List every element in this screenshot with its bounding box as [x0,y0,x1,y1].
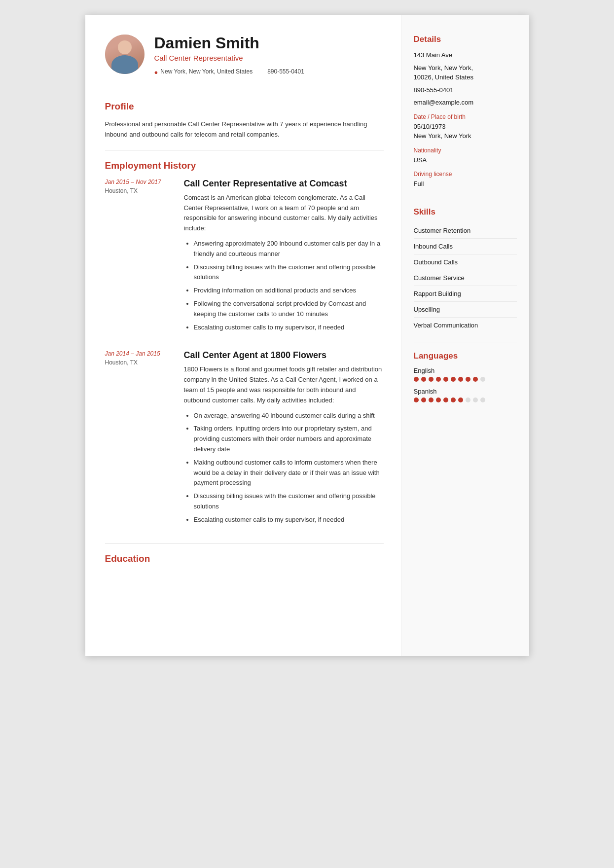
details-title: Details [414,35,517,44]
address-line2: New York, New York, 10026, United States [414,63,517,82]
skills-title: Skills [414,207,517,217]
license-value: Full [414,179,517,189]
education-section: Education [105,553,384,564]
dot [421,398,426,402]
list-item: Providing information on additional prod… [194,286,384,296]
avatar [105,35,144,74]
list-item: Following the conversational script prov… [194,299,384,320]
employment-section: Employment History Jan 2015 – Nov 2017 H… [105,160,384,528]
language-name-spanish: Spanish [414,388,517,395]
job-2-date-loc: Jan 2014 – Jan 2015 Houston, TX [105,350,174,528]
profile-title: Profile [105,101,384,112]
license-label: Driving license [414,171,517,178]
skill-item: Outbound Calls [414,254,517,270]
right-column: Details 143 Main Ave New York, New York,… [401,15,529,656]
left-column: Damien Smith Call Center Representative … [85,15,401,656]
dot-empty [473,398,478,402]
list-item: Making outbound customer calls to inform… [194,458,384,488]
job-2-title: Call Center Agent at 1800 Flowers [184,350,384,361]
dot [429,398,433,402]
job-1-date-loc: Jan 2015 – Nov 2017 Houston, TX [105,179,174,336]
job-1-location: Houston, TX [105,187,174,194]
dot [436,398,441,402]
address-line1: 143 Main Ave [414,50,517,60]
employment-title: Employment History [105,160,384,171]
nationality-value: USA [414,155,517,165]
header-divider [105,91,384,91]
dot [458,377,463,382]
list-item: Answering approximately 200 inbound cust… [194,239,384,259]
skill-item: Customer Retention [414,223,517,239]
candidate-title: Call Center Representative [154,54,384,62]
job-1-desc: Comcast is an American global telecom co… [184,193,384,234]
job-2-content: Call Center Agent at 1800 Flowers 1800 F… [184,350,384,528]
list-item: Taking orders, inputting orders into our… [194,424,384,454]
list-item: Escalating customer calls to my supervis… [194,515,384,525]
language-name-english: English [414,367,517,374]
skills-languages-divider [414,342,517,342]
details-skills-divider [414,198,517,198]
skill-item: Rapport Building [414,286,517,302]
resume-container: Damien Smith Call Center Representative … [85,15,529,656]
job-2-bullets: On average, answering 40 inbound custome… [184,411,384,525]
location-text: New York, New York, United States [160,68,253,75]
dot-empty [466,398,470,402]
contact-row: ● New York, New York, United States 890-… [154,68,384,76]
job-1-content: Call Center Representative at Comcast Co… [184,179,384,336]
dob-label: Date / Place of birth [414,113,517,120]
details-section: Details 143 Main Ave New York, New York,… [414,35,517,189]
dot [421,377,426,382]
dot [429,377,433,382]
skill-item: Upselling [414,302,517,318]
dot [414,398,419,402]
dot [414,377,419,382]
job-entry-1: Jan 2015 – Nov 2017 Houston, TX Call Cen… [105,179,384,336]
skill-item: Inbound Calls [414,239,517,254]
dot-empty [480,377,485,382]
dot [473,377,478,382]
dob-value: 05/10/1973 New York, New York [414,122,517,141]
dot [443,377,448,382]
header-phone: 890-555-0401 [267,68,304,75]
english-dots [414,377,517,382]
job-1-date: Jan 2015 – Nov 2017 [105,179,174,185]
list-item: Discussing billing issues with the custo… [194,262,384,283]
profile-text: Professional and personable Call Center … [105,119,384,140]
list-item: Discussing billing issues with the custo… [194,491,384,512]
job-1-title: Call Center Representative at Comcast [184,179,384,189]
details-phone: 890-555-0401 [414,85,517,95]
dot [451,377,456,382]
location-item: ● New York, New York, United States [154,68,253,76]
languages-section: Languages English Spanish [414,351,517,402]
job-2-date: Jan 2014 – Jan 2015 [105,350,174,357]
skill-item: Verbal Communication [414,318,517,333]
avatar-image [105,35,144,74]
profile-divider [105,150,384,150]
job-entry-2: Jan 2014 – Jan 2015 Houston, TX Call Cen… [105,350,384,528]
job-1-bullets: Answering approximately 200 inbound cust… [184,239,384,332]
job-2-location: Houston, TX [105,359,174,366]
profile-section: Profile Professional and personable Call… [105,101,384,140]
skill-item: Customer Service [414,270,517,286]
header-info: Damien Smith Call Center Representative … [154,35,384,76]
nationality-label: Nationality [414,147,517,154]
spanish-dots [414,398,517,402]
skills-section: Skills Customer Retention Inbound Calls … [414,207,517,333]
resume-header: Damien Smith Call Center Representative … [105,35,384,76]
languages-title: Languages [414,351,517,361]
location-icon: ● [154,69,158,76]
dot [436,377,441,382]
dot [443,398,448,402]
job-2-desc: 1800 Flowers is a floral and gourmet foo… [184,364,384,405]
list-item: Escalating customer calls to my supervis… [194,323,384,333]
language-item-spanish: Spanish [414,388,517,402]
dot-empty [480,398,485,402]
candidate-name: Damien Smith [154,35,384,52]
dot [466,377,470,382]
dot [451,398,456,402]
language-item-english: English [414,367,517,382]
details-email: email@example.com [414,98,517,108]
list-item: On average, answering 40 inbound custome… [194,411,384,421]
education-title: Education [105,553,384,564]
address-block: 143 Main Ave New York, New York, 10026, … [414,50,517,108]
